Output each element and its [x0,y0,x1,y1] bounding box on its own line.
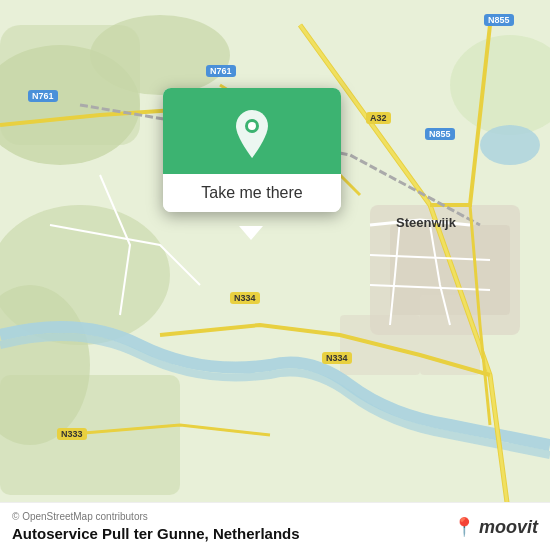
bottom-bar: © OpenStreetMap contributors Autoservice… [0,502,550,550]
road-badge-n855-top: N855 [484,14,514,26]
popup-pin-area [163,88,341,174]
moovit-logo: 📍 moovit [453,516,538,538]
location-pin-icon [231,108,273,160]
svg-point-14 [248,122,256,130]
road-badge-n761-left: N761 [28,90,58,102]
svg-point-12 [480,125,540,165]
svg-rect-3 [0,25,140,145]
road-badge-n855-mid: N855 [425,128,455,140]
moovit-pin-icon: 📍 [453,516,475,538]
road-badge-n334-right: N334 [322,352,352,364]
moovit-brand-text: moovit [479,517,538,538]
road-badge-n333: N333 [57,428,87,440]
svg-rect-6 [0,375,180,495]
take-me-there-button[interactable]: Take me there [163,174,341,212]
road-badge-n761-mid: N761 [206,65,236,77]
map-container: N855 N761 N761 N855 A32 N334 N334 N333 S… [0,0,550,550]
popup-card: Take me there [163,88,341,212]
road-badge-a32: A32 [366,112,391,124]
road-badge-n334-left: N334 [230,292,260,304]
popup-tail [239,226,263,240]
